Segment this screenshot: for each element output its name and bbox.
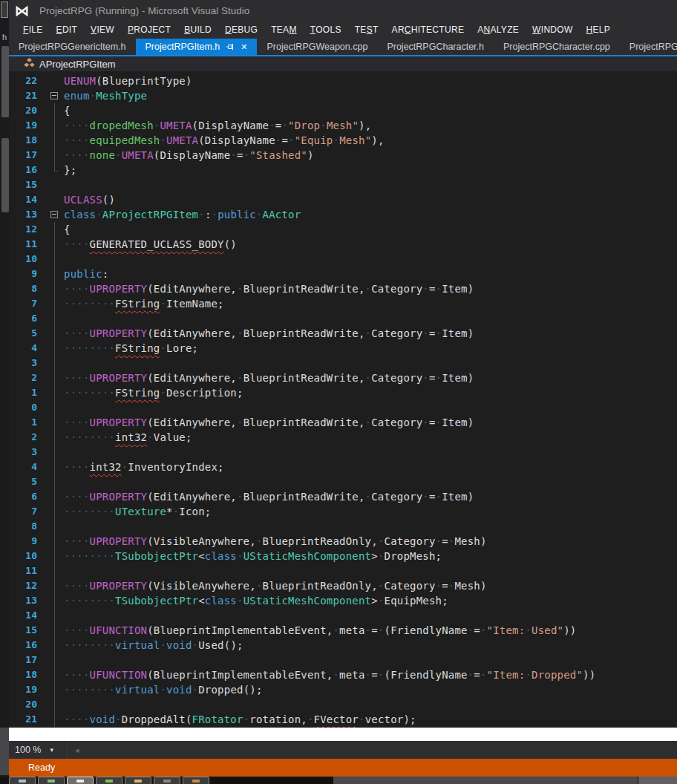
code-line: 16········virtual·void·Used(); [9, 638, 677, 653]
line-number: 3 [9, 445, 42, 460]
menu-test[interactable]: TEST [348, 24, 385, 35]
outline-margin [42, 534, 64, 549]
code-text: ····UPROPERTY(EditAnywhere,·BlueprintRea… [64, 415, 474, 430]
scroll-left-icon[interactable]: ◂ [75, 745, 79, 755]
menu-mnemonic: W [532, 24, 541, 35]
outline-margin [42, 519, 64, 534]
taskbar-button[interactable] [183, 777, 209, 784]
close-icon[interactable]: ✕ [241, 43, 247, 51]
taskbar-button[interactable] [9, 777, 36, 784]
pin-icon[interactable] [226, 42, 235, 51]
code-line: 10········TSubobjectPtr<class·UStaticMes… [9, 549, 677, 564]
line-number: 16 [9, 163, 42, 177]
tab-label: ProjectRPGWeapon.cpp [266, 42, 367, 52]
menu-file[interactable]: FILE [16, 24, 50, 35]
outline-margin [42, 474, 64, 489]
outline-margin [42, 237, 64, 252]
taskbar-button[interactable] [154, 777, 180, 784]
code-text: ····UPROPERTY(EditAnywhere,·BlueprintRea… [64, 489, 474, 504]
outline-margin [42, 460, 64, 474]
code-line: 15····UFUNCTION(BlueprintImplementableEv… [9, 623, 677, 638]
taskbar-button-icon [163, 780, 171, 783]
taskbar-button-icon [105, 780, 113, 783]
menu-mnemonic: F [23, 24, 29, 35]
title-bar[interactable]: ⋈ ProjectRPG (Running) - Microsoft Visua… [9, 0, 677, 21]
code-text: }; [64, 163, 76, 177]
tab-projectrpgcharacter.cpp[interactable]: ProjectRPGCharacter.cpp [494, 39, 620, 55]
outline-margin [42, 623, 64, 638]
outline-margin [42, 370, 64, 385]
taskbar-button[interactable] [96, 777, 122, 784]
fold-box-glyph [50, 92, 58, 99]
menu-window[interactable]: WINDOW [526, 24, 579, 35]
line-number: 13 [9, 593, 42, 608]
navigation-bar[interactable]: AProjectRPGItem [9, 56, 677, 71]
tab-label: ProjectRPGGenericItem.h [19, 42, 126, 52]
outline-margin [42, 667, 64, 682]
background-window-block [0, 728, 9, 775]
tab-projectrpgweapon.cpp[interactable]: ProjectRPGWeapon.cpp [257, 39, 377, 55]
menu-edit[interactable]: EDIT [50, 24, 85, 35]
tab-projectrpgitem.h[interactable]: ProjectRPGItem.h✕ [136, 39, 258, 55]
menu-team[interactable]: TEAM [264, 24, 304, 35]
code-text: enum·MeshType [64, 88, 147, 103]
tab-label: ProjectRPGCharacter.cpp [503, 42, 610, 52]
tab-projectrpg[interactable]: ProjectRPG [620, 39, 677, 55]
menu-view[interactable]: VIEW [84, 24, 121, 35]
code-text: ········virtual·void·Used(); [64, 638, 243, 653]
code-line: 4········FString·Lore; [9, 341, 677, 356]
taskbar-button[interactable] [67, 777, 94, 784]
taskbar-button[interactable] [38, 777, 65, 784]
code-line: 22UENUM(BlueprintType) [9, 74, 677, 88]
line-number: 8 [9, 281, 42, 296]
line-number: 12 [9, 222, 42, 237]
code-text: ····UPROPERTY(EditAnywhere,·BlueprintRea… [64, 326, 474, 341]
menu-tools[interactable]: TOOLS [304, 24, 348, 35]
code-text: ········TSubobjectPtr<class·UStaticMeshC… [64, 549, 442, 564]
fold-collapse-icon[interactable] [42, 88, 64, 103]
line-number: 15 [9, 623, 42, 638]
status-text: Ready [28, 762, 55, 773]
outline-margin [42, 400, 64, 415]
menu-build[interactable]: BUILD [177, 24, 218, 35]
line-number: 5 [9, 326, 42, 341]
code-text: ····int32·InventoryIndex; [64, 460, 224, 474]
code-line: 6 [9, 311, 677, 326]
menu-analyze[interactable]: ANALYZE [471, 24, 526, 35]
outline-margin [42, 222, 64, 237]
line-number: 5 [9, 474, 42, 489]
menu-architecture[interactable]: ARCHITECTURE [385, 24, 471, 35]
line-number: 1 [9, 385, 42, 400]
status-bar: Ready [9, 759, 677, 777]
tab-projectrpggenericitem.h[interactable]: ProjectRPGGenericItem.h [9, 39, 136, 55]
outline-margin [42, 341, 64, 356]
breadcrumb[interactable]: AProjectRPGItem [39, 59, 116, 70]
outline-margin [42, 311, 64, 326]
outline-margin [42, 163, 64, 177]
menu-project[interactable]: PROJECT [121, 24, 177, 35]
zoom-control[interactable]: 100 % ▾ [9, 741, 67, 759]
code-line: 19········virtual·void·Dropped(); [9, 682, 677, 697]
outline-margin [42, 415, 64, 430]
code-line: 18····equipedMesh·UMETA(DisplayName·=·"E… [9, 133, 677, 148]
outline-margin [42, 326, 64, 341]
outline-margin [42, 148, 64, 163]
background-window-block [1, 46, 9, 117]
code-text: ········FString·Lore; [64, 341, 198, 356]
fold-collapse-icon[interactable] [42, 207, 64, 222]
code-line: 11 [9, 564, 677, 578]
background-window-text: h [2, 33, 7, 42]
code-editor[interactable]: 22UENUM(BlueprintType)21enum·MeshType20{… [9, 71, 677, 728]
taskbar-button[interactable] [125, 777, 151, 784]
menu-help[interactable]: HELP [580, 24, 618, 35]
horizontal-scrollbar[interactable]: ◂ [67, 741, 677, 759]
line-number: 14 [9, 608, 42, 623]
line-number: 8 [9, 519, 42, 534]
menu-debug[interactable]: DEBUG [218, 24, 264, 35]
outline-margin [42, 177, 64, 192]
code-line: 1········FString·Description; [9, 385, 677, 400]
line-number: 16 [9, 638, 42, 653]
class-icon [24, 58, 35, 70]
line-number: 15 [9, 177, 42, 192]
tab-projectrpgcharacter.h[interactable]: ProjectRPGCharacter.h [377, 39, 494, 55]
